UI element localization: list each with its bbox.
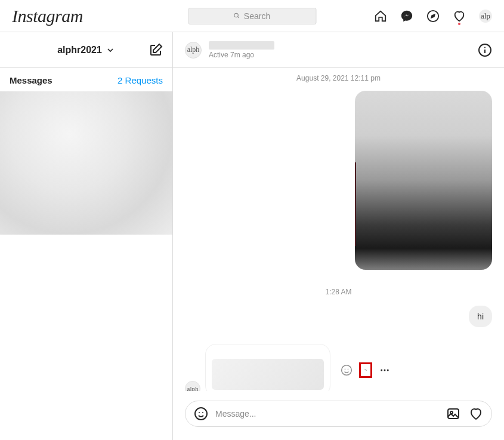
svg-marker-3 [431, 14, 435, 18]
chevron-down-icon [106, 45, 115, 55]
svg-point-7 [342, 365, 352, 376]
explore-icon[interactable] [426, 10, 440, 23]
svg-point-0 [234, 13, 238, 17]
messenger-icon[interactable] [400, 10, 413, 23]
new-message-button[interactable] [149, 43, 163, 57]
search-icon [234, 13, 240, 19]
sidebar-subheader: Messages 2 Requests [0, 68, 172, 91]
home-icon[interactable] [374, 10, 387, 23]
sidebar-header: alphr2021 [0, 32, 172, 68]
emoji-picker-button[interactable] [194, 407, 208, 421]
svg-point-15 [202, 412, 203, 413]
message-composer [185, 401, 492, 427]
nav-icons: alp [374, 10, 492, 23]
chat-info-button[interactable] [478, 43, 492, 57]
requests-link[interactable]: 2 Requests [118, 75, 163, 85]
profile-avatar[interactable]: alp [479, 10, 492, 23]
message-incoming-row: alph [185, 344, 492, 391]
incoming-avatar[interactable]: alph [185, 381, 200, 391]
svg-point-8 [345, 369, 346, 370]
account-switcher[interactable]: alphr2021 [57, 45, 115, 56]
message-bubble[interactable]: hi [469, 306, 492, 327]
svg-point-9 [348, 369, 349, 370]
activity-icon[interactable] [453, 10, 466, 23]
message-hover-actions [340, 362, 391, 378]
time-separator: 1:28 AM [185, 288, 492, 296]
svg-point-11 [384, 370, 386, 371]
message-input[interactable] [215, 409, 439, 419]
date-separator: August 29, 2021 12:11 pm [185, 74, 492, 82]
notification-dot [458, 23, 460, 25]
svg-point-10 [381, 370, 382, 371]
redacted-text-line [212, 350, 283, 355]
message-outgoing [185, 91, 492, 270]
like-heart-button[interactable] [469, 407, 483, 421]
dm-sidebar: alphr2021 Messages 2 Requests [0, 32, 173, 440]
more-options-button[interactable] [378, 364, 391, 377]
chat-partner-avatar[interactable]: alph [185, 42, 202, 59]
chat-title-block: Active 7m ago [209, 41, 274, 59]
main-area: alphr2021 Messages 2 Requests alph Activ… [0, 32, 504, 440]
reply-arrow-icon [364, 364, 367, 377]
reply-button[interactable] [359, 362, 372, 378]
search-input[interactable]: Search [188, 8, 316, 24]
composer-area [173, 391, 504, 440]
ellipsis-icon [379, 365, 390, 376]
username-label: alphr2021 [57, 45, 102, 56]
chat-panel: alph Active 7m ago August 29, 2021 12:11… [173, 32, 504, 440]
svg-point-6 [484, 47, 486, 48]
composer-trailing-actions [446, 407, 483, 421]
thread-list-item[interactable] [0, 91, 172, 235]
add-photo-button[interactable] [446, 407, 460, 421]
chat-scroll-area[interactable]: August 29, 2021 12:11 pm 1:28 AM hi alph [173, 68, 504, 391]
chat-status: Active 7m ago [209, 51, 274, 59]
image-edge-decoration [355, 162, 356, 246]
search-placeholder: Search [244, 11, 270, 21]
svg-point-14 [199, 412, 200, 413]
incoming-message-card[interactable] [205, 344, 330, 391]
chat-partner-name[interactable] [209, 41, 274, 50]
search-container: Search [188, 8, 316, 24]
svg-point-13 [195, 408, 207, 420]
svg-line-1 [238, 17, 239, 18]
message-outgoing-text: hi [185, 306, 492, 327]
top-nav: Instagram Search alp [0, 0, 504, 32]
shared-image-message[interactable] [355, 91, 492, 270]
chat-header: alph Active 7m ago [173, 32, 504, 68]
svg-point-12 [387, 370, 389, 371]
instagram-logo[interactable]: Instagram [12, 6, 83, 26]
incoming-image-placeholder [212, 359, 324, 390]
react-emoji-button[interactable] [340, 364, 353, 377]
messages-title: Messages [10, 75, 52, 85]
